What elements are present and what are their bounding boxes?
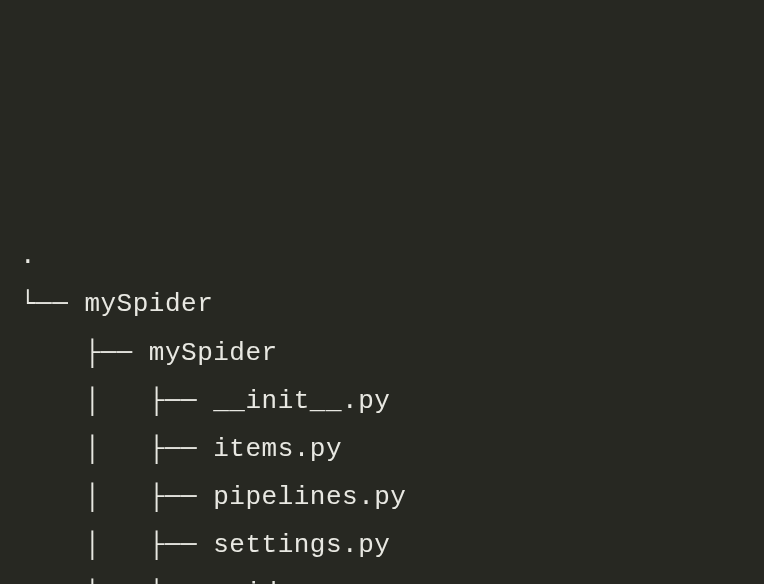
tree-line: │ ├── items.py [20,425,744,473]
directory-tree-output: .└── mySpider ├── mySpider │ ├── __init_… [20,232,744,584]
tree-line: │ ├── settings.py [20,521,744,569]
tree-line: │ ├── __init__.py [20,377,744,425]
tree-line: │ └── spiders [20,569,744,584]
tree-root: . [20,232,744,280]
tree-line: └── mySpider [20,280,744,328]
tree-line: ├── mySpider [20,329,744,377]
tree-line: │ ├── pipelines.py [20,473,744,521]
